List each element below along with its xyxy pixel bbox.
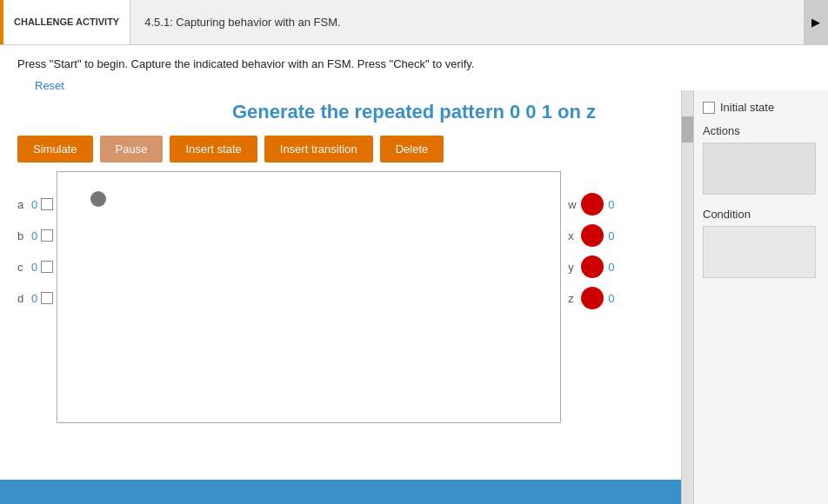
- label-letter-a: a: [17, 198, 28, 211]
- right-panel: Initial state Actions Condition: [693, 90, 828, 504]
- header-title: 4.5.1: Capturing behavior with an FSM.: [130, 0, 804, 44]
- fsm-start-dot: [90, 191, 106, 207]
- state-val-y: 0: [608, 261, 614, 274]
- initial-state-label: Initial state: [720, 101, 774, 114]
- challenge-label-text: CHALLENGE ACTIVITY: [14, 16, 119, 28]
- checkbox-c[interactable]: [41, 261, 53, 273]
- reset-link[interactable]: Reset: [35, 79, 64, 92]
- label-letter-c: c: [17, 261, 28, 274]
- initial-state-row: Initial state: [703, 101, 819, 114]
- header: CHALLENGE ACTIVITY 4.5.1: Capturing beha…: [0, 0, 828, 45]
- state-letter-y: y: [568, 261, 577, 274]
- label-val-b: 0: [31, 229, 37, 242]
- actions-label: Actions: [703, 124, 819, 137]
- state-row-z: z 0: [568, 282, 614, 314]
- left-label-row-a: a 0: [17, 189, 53, 220]
- simulate-button[interactable]: Simulate: [17, 136, 93, 162]
- state-circle-w[interactable]: [581, 193, 604, 216]
- right-states: w 0 x 0 y 0 z 0: [568, 171, 614, 314]
- scroll-thumb[interactable]: [682, 116, 694, 143]
- challenge-activity-label: CHALLENGE ACTIVITY: [0, 0, 130, 44]
- condition-textarea[interactable]: [703, 226, 816, 278]
- instruction-text: Press "Start" to begin. Capture the indi…: [17, 57, 811, 70]
- main-content: Press "Start" to begin. Capture the indi…: [0, 45, 828, 504]
- label-val-d: 0: [31, 292, 37, 305]
- state-letter-z: z: [568, 292, 577, 305]
- bottom-bar: [0, 480, 693, 504]
- header-right-button[interactable]: ▶: [804, 0, 828, 44]
- initial-state-checkbox[interactable]: [703, 102, 715, 114]
- header-title-text: 4.5.1: Capturing behavior with an FSM.: [144, 16, 340, 29]
- state-row-w: w 0: [568, 189, 614, 220]
- actions-textarea[interactable]: [703, 143, 816, 195]
- state-circle-x[interactable]: [581, 224, 604, 247]
- state-letter-w: w: [568, 198, 577, 211]
- insert-state-button[interactable]: Insert state: [170, 136, 257, 162]
- left-label-row-b: b 0: [17, 220, 53, 251]
- state-val-x: 0: [608, 229, 614, 242]
- pause-button[interactable]: Pause: [100, 136, 164, 162]
- checkbox-a[interactable]: [41, 198, 53, 210]
- condition-label: Condition: [703, 208, 819, 221]
- state-row-y: y 0: [568, 251, 614, 282]
- left-label-row-d: d 0: [17, 282, 53, 314]
- state-row-x: x 0: [568, 220, 614, 251]
- label-val-a: 0: [31, 198, 37, 211]
- checkbox-b[interactable]: [41, 229, 53, 242]
- checkbox-d[interactable]: [41, 292, 53, 304]
- state-val-z: 0: [608, 292, 614, 305]
- delete-button[interactable]: Delete: [380, 136, 444, 162]
- state-circle-z[interactable]: [581, 287, 604, 309]
- state-letter-x: x: [568, 229, 577, 242]
- scrollbar[interactable]: [681, 90, 693, 504]
- label-letter-d: d: [17, 292, 28, 305]
- state-circle-y[interactable]: [581, 255, 604, 278]
- left-labels: a 0 b 0 c 0 d 0: [17, 171, 53, 314]
- state-val-w: 0: [608, 198, 614, 211]
- label-val-c: 0: [31, 261, 37, 274]
- left-label-row-c: c 0: [17, 251, 53, 282]
- insert-transition-button[interactable]: Insert transition: [264, 136, 373, 162]
- label-letter-b: b: [17, 229, 28, 242]
- fsm-canvas[interactable]: [57, 171, 561, 423]
